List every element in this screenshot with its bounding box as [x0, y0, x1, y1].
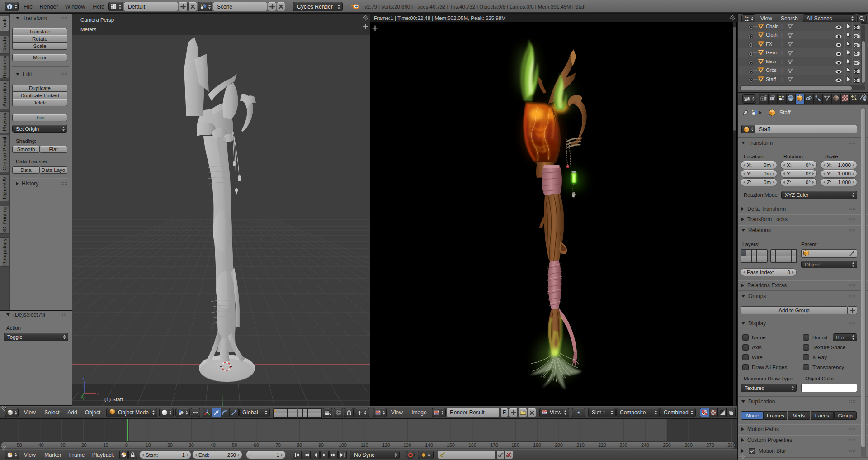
svg-text:z: z	[82, 377, 85, 381]
svg-text:x: x	[97, 391, 99, 396]
svg-text:y: y	[82, 396, 85, 400]
